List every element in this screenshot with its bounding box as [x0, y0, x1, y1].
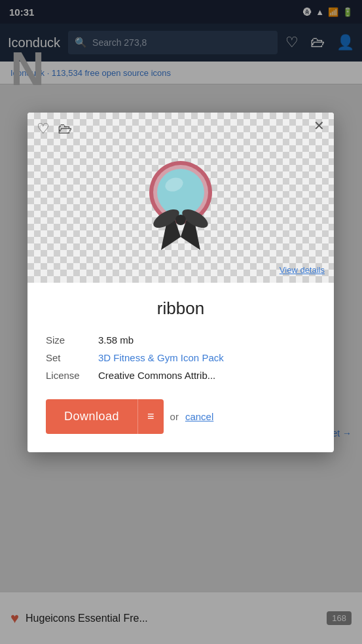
modal-content: ribbon Size 3.58 mb Set 3D Fitness & Gym…	[27, 283, 334, 452]
modal-folder-icon[interactable]: 🗁	[58, 120, 72, 137]
or-text: or	[170, 411, 179, 422]
size-label: Size	[46, 334, 98, 346]
modal-info-table: Size 3.58 mb Set 3D Fitness & Gym Icon P…	[46, 334, 316, 381]
license-value: Creative Commons Attrib...	[98, 370, 215, 381]
set-link[interactable]: 3D Fitness & Gym Icon Pack	[98, 352, 224, 363]
modal-top-icons: ♡ 🗁	[37, 120, 72, 137]
list-icon: ≡	[147, 410, 154, 423]
modal-set-row: Set 3D Fitness & Gym Icon Pack	[46, 352, 316, 363]
modal-action-row: Download ≡ or cancel	[46, 399, 316, 434]
license-label: License	[46, 370, 98, 381]
cancel-link[interactable]: cancel	[185, 411, 213, 422]
size-value: 3.58 mb	[98, 334, 134, 346]
svg-point-2	[157, 169, 204, 216]
svg-point-8	[175, 215, 186, 225]
ribbon-icon	[135, 145, 226, 250]
modal-title: ribbon	[46, 298, 316, 319]
set-label: Set	[46, 352, 98, 363]
modal-heart-icon[interactable]: ♡	[37, 120, 50, 137]
modal-size-row: Size 3.58 mb	[46, 334, 316, 346]
modal-close-button[interactable]: ✕	[314, 119, 325, 132]
modal-image-area: ♡ 🗁 ✕ View details	[27, 113, 334, 283]
download-button[interactable]: Download	[46, 399, 137, 434]
view-details-link[interactable]: View details	[280, 265, 325, 275]
list-options-button[interactable]: ≡	[137, 399, 164, 434]
modal-license-row: License Creative Commons Attrib...	[46, 370, 316, 381]
modal-dialog: ♡ 🗁 ✕ View details ribbon	[27, 113, 334, 452]
